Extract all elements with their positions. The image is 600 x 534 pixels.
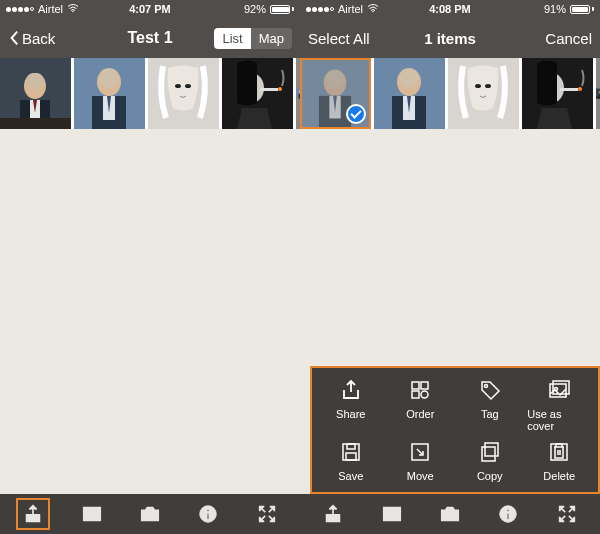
status-bar: Airtel 4:07 PM 92% [0,0,300,18]
carrier-label: Airtel [338,3,363,15]
status-bar: Airtel 4:08 PM 91% [300,0,600,18]
action-label: Save [338,470,363,482]
checkmark-icon [346,104,366,124]
thumb-item[interactable] [374,58,445,129]
seg-list[interactable]: List [214,28,250,49]
nav-header: Back Test 1 List Map [0,18,300,58]
back-label: Back [22,30,55,47]
move-icon [406,438,434,466]
signal-icon [6,7,34,12]
page-title: Test 1 [127,29,172,47]
carrier-label: Airtel [38,3,63,15]
thumbnail-strip [0,58,300,129]
back-button[interactable]: Back [8,30,55,47]
status-time: 4:07 PM [129,3,171,15]
info-button[interactable] [191,498,225,530]
thumb-item[interactable] [74,58,145,129]
screen-right: Airtel 4:08 PM 91% Select All 1 items Ca… [300,0,600,534]
action-label: Use as cover [527,408,591,432]
cover-icon [545,376,573,404]
action-label: Tag [481,408,499,420]
action-delete[interactable]: Delete [527,438,591,482]
action-label: Move [407,470,434,482]
selection-count: 1 items [424,30,476,47]
delete-icon [545,438,573,466]
action-copy[interactable]: Copy [458,438,522,482]
cancel-button[interactable]: Cancel [545,30,592,47]
thumb-item[interactable] [522,58,593,129]
battery-icon [570,5,594,14]
camera-button[interactable] [433,498,467,530]
select-all-button[interactable]: Select All [308,30,370,47]
action-tag[interactable]: Tag [458,376,522,432]
camera-button[interactable] [133,498,167,530]
action-save[interactable]: Save [319,438,383,482]
nav-header: Select All 1 items Cancel [300,18,600,58]
action-label: Copy [477,470,503,482]
signal-icon [306,7,334,12]
picture-button[interactable] [375,498,409,530]
view-toggle: List Map [214,28,292,49]
thumbnail-strip [300,58,600,129]
share-button[interactable] [316,498,350,530]
action-label: Share [336,408,365,420]
action-menu: Share Order Tag Use as cover S [310,366,600,494]
tag-icon [476,376,504,404]
battery-pct: 92% [244,3,266,15]
bottom-toolbar [300,494,600,534]
copy-icon [476,438,504,466]
status-time: 4:08 PM [429,3,471,15]
action-label: Order [406,408,434,420]
picture-button[interactable] [75,498,109,530]
action-order[interactable]: Order [388,376,452,432]
thumb-item[interactable] [148,58,219,129]
wifi-icon [367,3,379,15]
battery-icon [270,5,294,14]
thumb-item[interactable] [0,58,71,129]
action-move[interactable]: Move [388,438,452,482]
share-icon [337,376,365,404]
seg-map[interactable]: Map [251,28,292,49]
wifi-icon [67,3,79,15]
info-button[interactable] [491,498,525,530]
expand-button[interactable] [250,498,284,530]
action-cover[interactable]: Use as cover [527,376,591,432]
action-share[interactable]: Share [319,376,383,432]
share-button[interactable] [16,498,50,530]
expand-button[interactable] [550,498,584,530]
bottom-toolbar [0,494,300,534]
content-area [0,129,300,494]
thumb-item[interactable] [596,58,600,129]
screen-left: Airtel 4:07 PM 92% Back Test 1 List Map [0,0,300,534]
order-icon [406,376,434,404]
thumb-item-selected[interactable] [300,58,371,129]
thumb-item[interactable] [222,58,293,129]
thumb-item[interactable] [448,58,519,129]
battery-pct: 91% [544,3,566,15]
save-icon [337,438,365,466]
action-label: Delete [543,470,575,482]
